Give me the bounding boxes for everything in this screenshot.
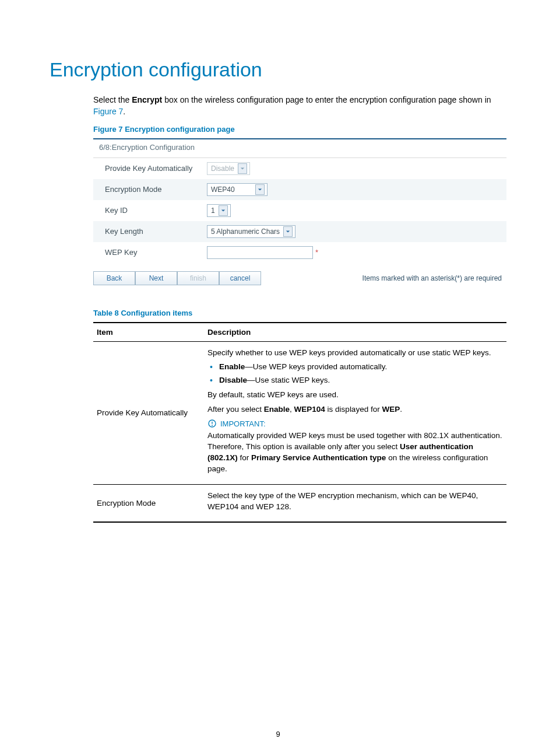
intro-end: . xyxy=(123,107,125,116)
back-button[interactable]: Back xyxy=(93,271,135,285)
next-button[interactable]: Next xyxy=(135,271,177,285)
intro-pre: Select the xyxy=(93,95,132,104)
cancel-button[interactable]: cancel xyxy=(219,271,261,285)
intro-paragraph: Select the Encrypt box on the wireless c… xyxy=(93,94,506,118)
select-provide-key-auto[interactable]: Disable xyxy=(207,162,250,175)
chevron-down-icon xyxy=(283,226,293,237)
cell-description: Select the key type of the WEP encryptio… xyxy=(204,484,506,522)
important-label: IMPORTANT: xyxy=(220,419,266,428)
label-key-length: Key Length xyxy=(105,227,207,236)
select-value: 5 Alphanumeric Chars xyxy=(211,228,280,236)
required-note: Items marked with an asterisk(*) are req… xyxy=(363,274,506,282)
svg-point-2 xyxy=(212,425,213,426)
row-encryption-mode: Encryption Mode WEP40 xyxy=(93,179,506,200)
text: , xyxy=(290,405,294,414)
select-key-length[interactable]: 5 Alphanumeric Chars xyxy=(207,225,295,238)
wizard-footer: Back Next finish cancel Items marked wit… xyxy=(93,269,506,285)
table-row: Encryption Mode Select the key type of t… xyxy=(93,484,506,522)
required-asterisk: * xyxy=(315,248,318,257)
cell-item: Provide Key Automatically xyxy=(93,341,204,484)
finish-button[interactable]: finish xyxy=(177,271,219,285)
select-value: WEP40 xyxy=(211,186,235,194)
bold: Primary Service Authentication type xyxy=(251,453,386,462)
table-caption: Table 8 Configuration items xyxy=(93,309,506,317)
select-key-id[interactable]: 1 xyxy=(207,204,231,217)
config-items-table: Item Description Provide Key Automatical… xyxy=(93,322,506,523)
wizard-step-header: 6/8:Encryption Configuration xyxy=(93,139,506,158)
chevron-down-icon xyxy=(255,184,265,195)
intro-bold: Encrypt xyxy=(132,95,162,104)
text: After you select xyxy=(207,405,264,414)
desc-line: By default, static WEP keys are used. xyxy=(207,390,503,401)
desc-line: Specify whether to use WEP keys provided… xyxy=(207,348,503,359)
text: for xyxy=(238,453,251,462)
important-heading: IMPORTANT: xyxy=(207,419,503,428)
figure-caption: Figure 7 Encryption configuration page xyxy=(93,125,506,134)
desc-line: After you select Enable, WEP104 is displ… xyxy=(207,404,503,415)
bold: WEP xyxy=(382,405,400,414)
label-encryption-mode: Encryption Mode xyxy=(105,185,207,194)
alert-icon xyxy=(207,419,217,428)
label-wep-key: WEP Key xyxy=(105,248,207,257)
select-encryption-mode[interactable]: WEP40 xyxy=(207,183,268,196)
page-title: Encryption configuration xyxy=(50,58,506,81)
text: —Use static WEP keys. xyxy=(247,376,330,384)
th-item: Item xyxy=(93,323,204,342)
label-provide-key-auto: Provide Key Automatically xyxy=(105,164,207,173)
row-key-length: Key Length 5 Alphanumeric Chars xyxy=(93,221,506,242)
figure-link[interactable]: Figure 7 xyxy=(93,107,123,116)
text: is displayed for xyxy=(325,405,382,414)
input-wep-key[interactable] xyxy=(207,246,313,259)
chevron-down-icon xyxy=(238,163,247,174)
list-item: Disable—Use static WEP keys. xyxy=(219,375,503,386)
chevron-down-icon xyxy=(219,205,228,216)
table-row: Provide Key Automatically Specify whethe… xyxy=(93,341,506,484)
figure-rows: Provide Key Automatically Disable Encryp… xyxy=(93,158,506,263)
desc-line: Select the key type of the WEP encryptio… xyxy=(207,491,503,513)
row-provide-key-auto: Provide Key Automatically Disable xyxy=(93,158,506,179)
page-number: 9 xyxy=(0,730,556,738)
row-wep-key: WEP Key * xyxy=(93,242,506,263)
intro-post: box on the wireless configuration page t… xyxy=(162,95,491,104)
select-value: 1 xyxy=(211,206,215,215)
bold: Enable xyxy=(219,362,245,371)
bold: Disable xyxy=(219,376,247,384)
list-item: Enable—Use WEP keys provided automatical… xyxy=(219,362,503,373)
text: —Use WEP keys provided automatically. xyxy=(245,362,387,371)
bold: Enable xyxy=(264,405,290,414)
cell-item: Encryption Mode xyxy=(93,484,204,522)
figure-panel: 6/8:Encryption Configuration Provide Key… xyxy=(93,138,506,263)
bold: WEP104 xyxy=(294,405,325,414)
select-value: Disable xyxy=(211,164,234,173)
text: . xyxy=(400,405,402,414)
important-body: Automatically provided WEP keys must be … xyxy=(207,430,503,475)
row-key-id: Key ID 1 xyxy=(93,200,506,221)
th-description: Description xyxy=(204,323,506,342)
label-key-id: Key ID xyxy=(105,206,207,215)
cell-description: Specify whether to use WEP keys provided… xyxy=(204,341,506,484)
